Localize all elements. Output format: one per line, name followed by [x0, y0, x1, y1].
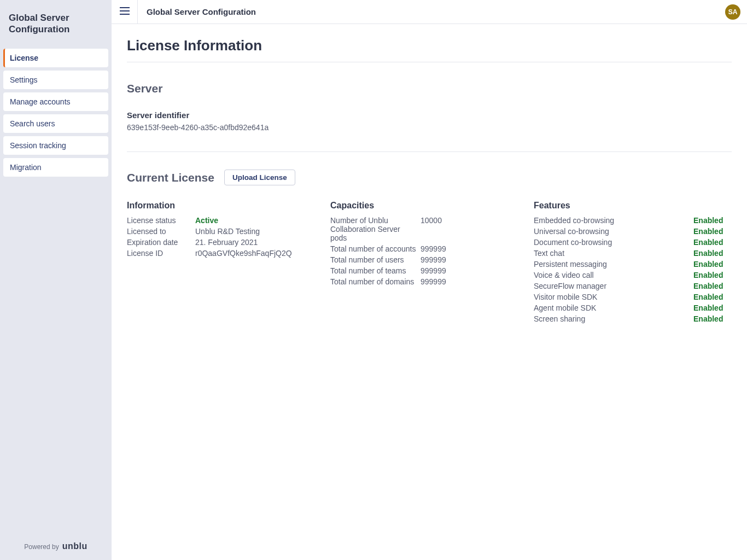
row-value: Enabled: [693, 282, 732, 290]
row-value: Enabled: [693, 227, 732, 236]
row-label: Total number of teams: [330, 266, 421, 275]
sidebar-item-settings[interactable]: Settings: [3, 71, 108, 89]
table-row: Total number of domains999999: [330, 276, 528, 287]
row-label: License ID: [127, 249, 195, 258]
table-row: Total number of teams999999: [330, 265, 528, 276]
row-value: 999999: [421, 244, 459, 253]
row-label: Persistent messaging: [534, 260, 693, 269]
table-row: License IDr0QaaGVfQke9shFaqFjQ2Q: [127, 248, 325, 259]
table-row: Visitor mobile SDKEnabled: [534, 291, 732, 302]
server-identifier-value: 639e153f-9eeb-4260-a35c-a0fbd92e641a: [127, 123, 732, 132]
information-column: Information License statusActiveLicensed…: [127, 201, 325, 324]
row-label: Total number of domains: [330, 277, 421, 286]
row-value: r0QaaGVfQke9shFaqFjQ2Q: [195, 249, 325, 258]
table-row: Document co-browsingEnabled: [534, 237, 732, 248]
row-label: Number of Unblu Collaboration Server pod…: [330, 216, 421, 242]
row-label: Document co-browsing: [534, 238, 693, 247]
features-rows: Embedded co-browsingEnabledUniversal co-…: [534, 215, 732, 324]
row-label: Universal co-browsing: [534, 227, 693, 236]
divider: [127, 62, 732, 62]
app-root: Global Server Configuration LicenseSetti…: [0, 0, 747, 560]
row-label: SecureFlow manager: [534, 282, 693, 290]
topbar: Global Server Configuration SA: [112, 0, 747, 24]
row-value: Enabled: [693, 271, 732, 279]
row-value: Enabled: [693, 249, 732, 258]
capacities-rows: Number of Unblu Collaboration Server pod…: [330, 215, 528, 287]
row-label: Voice & video call: [534, 271, 693, 279]
table-row: Licensed toUnblu R&D Testing: [127, 226, 325, 237]
svg-rect-1: [120, 10, 130, 11]
row-value: Enabled: [693, 304, 732, 312]
row-value: 999999: [421, 266, 459, 275]
upload-license-button[interactable]: Upload License: [224, 170, 295, 185]
capacities-heading: Capacities: [330, 201, 528, 211]
table-row: SecureFlow managerEnabled: [534, 281, 732, 291]
row-label: Agent mobile SDK: [534, 304, 693, 312]
row-value: Enabled: [693, 260, 732, 269]
row-label: Licensed to: [127, 227, 195, 236]
row-label: Visitor mobile SDK: [534, 293, 693, 301]
table-row: Total number of users999999: [330, 254, 528, 265]
sidebar-item-search-users[interactable]: Search users: [3, 114, 108, 133]
features-heading: Features: [534, 201, 732, 211]
server-section-title: Server: [127, 82, 732, 95]
row-label: Embedded co-browsing: [534, 216, 693, 225]
table-row: Persistent messagingEnabled: [534, 259, 732, 270]
hamburger-icon[interactable]: [120, 7, 130, 16]
svg-rect-2: [120, 14, 130, 15]
row-value: Active: [195, 216, 325, 225]
license-columns: Information License statusActiveLicensed…: [127, 201, 732, 324]
row-label: Expiration date: [127, 238, 195, 247]
row-label: Text chat: [534, 249, 693, 258]
current-license-title: Current License: [127, 171, 214, 184]
row-label: License status: [127, 216, 195, 225]
topbar-title: Global Server Configuration: [138, 7, 256, 16]
hamburger-wrap: [112, 0, 138, 24]
table-row: Screen sharingEnabled: [534, 313, 732, 324]
information-heading: Information: [127, 201, 325, 211]
information-rows: License statusActiveLicensed toUnblu R&D…: [127, 215, 325, 259]
features-column: Features Embedded co-browsingEnabledUniv…: [534, 201, 732, 324]
sidebar-item-manage-accounts[interactable]: Manage accounts: [3, 92, 108, 111]
sidebar: Global Server Configuration LicenseSetti…: [0, 0, 112, 560]
powered-by: Powered by unblu: [24, 541, 87, 551]
current-license-row: Current License Upload License: [127, 170, 732, 185]
table-row: Number of Unblu Collaboration Server pod…: [330, 215, 528, 243]
row-value: Enabled: [693, 293, 732, 301]
sidebar-title: Global Server Configuration: [0, 0, 112, 49]
row-value: Enabled: [693, 238, 732, 247]
table-row: Agent mobile SDKEnabled: [534, 302, 732, 313]
table-row: Expiration date21. February 2021: [127, 237, 325, 248]
capacities-column: Capacities Number of Unblu Collaboration…: [330, 201, 528, 324]
row-value: Unblu R&D Testing: [195, 227, 325, 236]
row-label: Total number of accounts: [330, 244, 421, 253]
powered-by-label: Powered by: [24, 543, 59, 551]
row-label: Screen sharing: [534, 314, 693, 323]
sidebar-item-migration[interactable]: Migration: [3, 158, 108, 177]
table-row: Universal co-browsingEnabled: [534, 226, 732, 237]
sidebar-footer: Powered by unblu: [0, 530, 112, 560]
row-label: Total number of users: [330, 255, 421, 264]
sidebar-item-license[interactable]: License: [3, 49, 108, 67]
row-value: 10000: [421, 216, 459, 242]
row-value: 21. February 2021: [195, 238, 325, 247]
sidebar-item-session-tracking[interactable]: Session tracking: [3, 136, 108, 155]
row-value: Enabled: [693, 216, 732, 225]
sidebar-nav: LicenseSettingsManage accountsSearch use…: [0, 49, 112, 177]
table-row: Text chatEnabled: [534, 248, 732, 259]
row-value: Enabled: [693, 314, 732, 323]
server-identifier-label: Server identifier: [127, 110, 732, 120]
main: Global Server Configuration SA License I…: [112, 0, 747, 560]
row-value: 999999: [421, 255, 459, 264]
svg-rect-0: [120, 7, 130, 8]
table-row: Total number of accounts999999: [330, 243, 528, 254]
table-row: Voice & video callEnabled: [534, 270, 732, 281]
content: License Information Server Server identi…: [112, 24, 747, 560]
table-row: License statusActive: [127, 215, 325, 226]
table-row: Embedded co-browsingEnabled: [534, 215, 732, 226]
avatar[interactable]: SA: [725, 4, 740, 20]
page-title: License Information: [127, 37, 732, 54]
row-value: 999999: [421, 277, 459, 286]
divider: [127, 151, 732, 152]
brand-logo: unblu: [62, 541, 87, 551]
